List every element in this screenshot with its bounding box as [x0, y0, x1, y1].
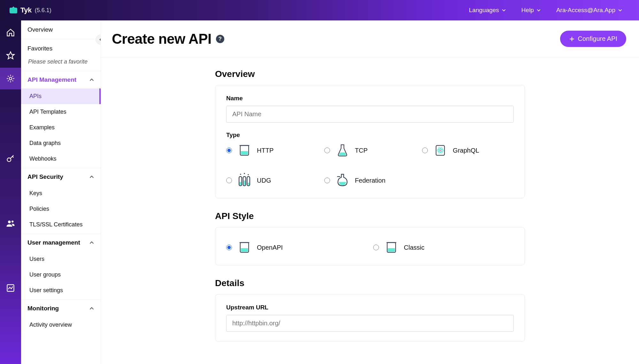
type-option-tcp[interactable]: TCP	[324, 142, 416, 158]
languages-label: Languages	[469, 7, 499, 14]
chevron-up-icon	[89, 306, 94, 311]
svg-point-9	[440, 150, 441, 151]
style-label-classic: Classic	[404, 244, 424, 251]
type-radio-tcp[interactable]	[324, 148, 330, 153]
account-menu[interactable]: Ara-Access@Ara.App	[549, 7, 630, 14]
sidebar-section-user-management[interactable]: User management	[21, 234, 101, 251]
type-option-http[interactable]: HTTP	[226, 142, 318, 158]
brand-name: Tyk	[20, 6, 32, 14]
sidebar-item-users[interactable]: Users	[21, 251, 101, 267]
beaker-icon	[236, 142, 252, 158]
plus-icon	[569, 36, 575, 42]
type-label: Type	[226, 132, 514, 139]
type-option-graphql[interactable]: GraphQL	[422, 142, 514, 158]
rail-security-icon[interactable]	[5, 154, 16, 164]
brand-logo: Tyk	[9, 6, 32, 14]
style-radio-openapi[interactable]	[226, 245, 232, 250]
style-label-openapi: OpenAPI	[257, 244, 283, 251]
sidebar-section-monitoring[interactable]: Monitoring	[21, 300, 101, 317]
sidebar-item-data-graphs[interactable]: Data graphs	[21, 135, 101, 151]
svg-point-3	[12, 221, 13, 223]
sidebar: Overview Favorites Please select a favor…	[21, 20, 101, 364]
sidebar-item-user-settings[interactable]: User settings	[21, 283, 101, 300]
help-menu[interactable]: Help	[514, 7, 549, 14]
account-label: Ara-Access@Ara.App	[556, 7, 615, 14]
tyk-logo-icon	[9, 6, 18, 14]
type-option-federation[interactable]: Federation	[324, 172, 416, 188]
api-style-card: OpenAPI Classic	[215, 227, 525, 265]
favorites-hint: Please select a favorite	[21, 54, 101, 71]
beaker-icon	[236, 239, 252, 255]
sidebar-section-label: API Security	[27, 173, 63, 180]
configure-api-label: Configure API	[578, 35, 617, 42]
sidebar-section-label: API Management	[27, 76, 76, 83]
style-option-classic[interactable]: Classic	[373, 239, 514, 255]
details-card: Upstream URL	[215, 294, 525, 342]
svg-point-20	[244, 173, 245, 174]
help-icon[interactable]: ?	[216, 35, 224, 43]
rail-users-icon[interactable]	[5, 218, 16, 229]
type-radio-http[interactable]	[226, 148, 232, 153]
api-name-input[interactable]	[226, 106, 514, 123]
sidebar-section-api-management[interactable]: API Management	[21, 71, 101, 88]
rail-monitoring-icon[interactable]	[5, 283, 16, 293]
type-radio-graphql[interactable]	[422, 148, 428, 153]
type-label-http: HTTP	[257, 147, 273, 154]
sidebar-item-favorites[interactable]: Favorites	[21, 39, 101, 54]
name-label: Name	[226, 95, 514, 102]
type-option-udg[interactable]: UDG	[226, 172, 318, 188]
upstream-url-label: Upstream URL	[226, 304, 514, 311]
type-label-udg: UDG	[257, 177, 271, 184]
type-label-graphql: GraphQL	[453, 147, 479, 154]
sidebar-item-activity-overview[interactable]: Activity overview	[21, 317, 101, 333]
rail-api-management-icon[interactable]	[5, 73, 16, 84]
svg-rect-6	[241, 151, 248, 155]
type-label-tcp: TCP	[355, 147, 368, 154]
page-header: Create new API ? Configure API	[101, 20, 639, 57]
upstream-url-input[interactable]	[226, 315, 514, 332]
main-content: Create new API ? Configure API Overview …	[101, 20, 639, 364]
api-style-heading: API Style	[215, 211, 525, 221]
sidebar-item-keys[interactable]: Keys	[21, 186, 101, 201]
svg-rect-17	[244, 180, 245, 185]
svg-point-21	[248, 174, 249, 175]
sidebar-item-examples[interactable]: Examples	[21, 120, 101, 135]
sidebar-item-apis[interactable]: APIs	[21, 88, 101, 104]
page-title: Create new API	[112, 31, 212, 47]
sidebar-item-user-groups[interactable]: User groups	[21, 267, 101, 283]
type-radio-udg[interactable]	[226, 178, 232, 183]
chevron-down-icon	[618, 8, 622, 12]
chevron-up-icon	[89, 240, 94, 245]
sidebar-item-overview[interactable]: Overview	[21, 20, 101, 39]
svg-rect-16	[240, 182, 241, 185]
type-label-federation: Federation	[355, 177, 386, 184]
style-radio-classic[interactable]	[373, 245, 379, 250]
help-label: Help	[521, 7, 534, 14]
svg-point-1	[7, 158, 11, 162]
sidebar-section-label: User management	[27, 239, 80, 246]
sidebar-item-policies[interactable]: Policies	[21, 201, 101, 217]
version-label: (5.6.1)	[35, 7, 51, 14]
sidebar-section-api-security[interactable]: API Security	[21, 168, 101, 186]
beaker-icon	[383, 239, 399, 255]
sidebar-item-tls-certs[interactable]: TLS/SSL Certificates	[21, 217, 101, 234]
sidebar-section-label: Monitoring	[27, 305, 59, 312]
rail-favorites-icon[interactable]	[5, 50, 16, 61]
chevron-up-icon	[89, 77, 94, 82]
configure-api-button[interactable]: Configure API	[560, 31, 626, 47]
languages-menu[interactable]: Languages	[461, 7, 514, 14]
test-tubes-icon	[236, 172, 252, 188]
svg-point-2	[8, 221, 11, 224]
overview-heading: Overview	[215, 69, 525, 79]
style-option-openapi[interactable]: OpenAPI	[226, 239, 367, 255]
sidebar-item-webhooks[interactable]: Webhooks	[21, 151, 101, 168]
type-radio-federation[interactable]	[324, 178, 330, 183]
top-bar: Tyk (5.6.1) Languages Help Ara-Access@Ar…	[0, 0, 639, 20]
sidebar-item-api-templates[interactable]: API Templates	[21, 104, 101, 120]
overview-card: Name Type HTTP TCP	[215, 85, 525, 198]
svg-rect-24	[241, 248, 248, 252]
chevron-down-icon	[502, 8, 506, 12]
rail-home-icon[interactable]	[5, 27, 16, 38]
atom-jar-icon	[432, 142, 448, 158]
chevron-left-icon	[98, 37, 101, 42]
